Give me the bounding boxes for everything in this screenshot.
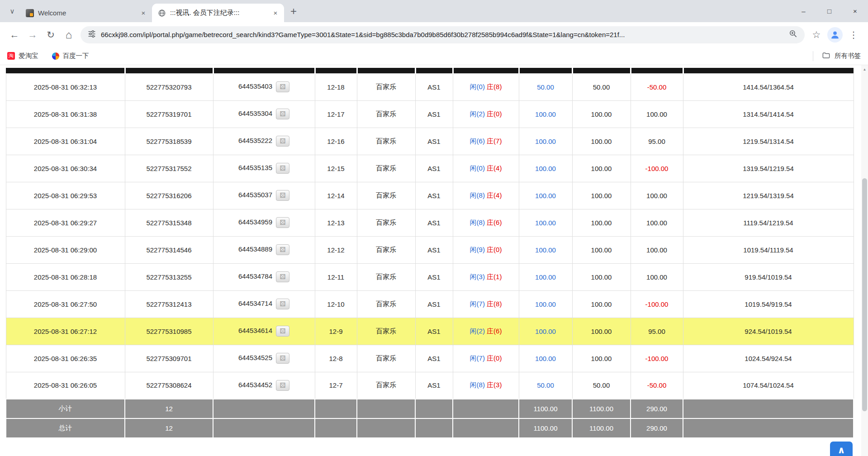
replay-dice-icon[interactable]: ⚄ [276, 81, 289, 92]
replay-dice-icon[interactable]: ⚄ [276, 163, 289, 174]
bet-amount-link[interactable]: 100.00 [535, 219, 556, 227]
back-to-top-button[interactable]: ∧ [830, 442, 853, 456]
replay-dice-icon[interactable]: ⚄ [276, 217, 289, 228]
cell-round: 12-16 [315, 128, 357, 155]
new-tab-button[interactable]: + [286, 4, 301, 19]
replay-dice-icon[interactable]: ⚄ [276, 109, 289, 119]
replay-dice-icon[interactable]: ⚄ [276, 244, 289, 255]
cell-balance: 1219.54/1314.54 [683, 128, 854, 155]
bet-amount-link[interactable]: 50.00 [537, 83, 554, 91]
cell-table-code: AS1 [415, 209, 453, 236]
table-row[interactable]: 2025-08-31 06:30:34 522775317552 6445351… [6, 155, 854, 182]
site-info-icon[interactable] [88, 30, 96, 40]
tab-title: :::视讯. 会员下注纪录::: [170, 9, 266, 17]
scroll-up-icon[interactable]: ▲ [861, 65, 868, 71]
address-bar[interactable]: 66cxkj98.com/ipl/portal.php/game/betreco… [81, 26, 805, 43]
tab-close-icon[interactable]: × [138, 8, 148, 18]
browser-menu-icon[interactable]: ⋮ [844, 26, 863, 44]
cell-winloss: 100.00 [631, 263, 683, 290]
table-row[interactable]: 2025-08-31 06:29:53 522775316206 6445350… [6, 182, 854, 209]
total-empty-cell [415, 418, 453, 438]
tab-search-button[interactable]: ∨ [5, 4, 20, 19]
table-row[interactable]: 2025-08-31 06:26:35 522775309701 6445345… [6, 345, 854, 372]
bet-amount-link[interactable]: 50.00 [537, 381, 554, 389]
subtotal-empty-cell [315, 399, 357, 418]
back-button[interactable]: ← [5, 26, 24, 44]
balance-value: 1019.54/919.54 [745, 300, 792, 308]
round-number: 12-17 [327, 110, 344, 118]
table-code: AS1 [427, 110, 440, 118]
round-number: 12-11 [327, 273, 344, 281]
winloss-value: 100.00 [646, 219, 667, 227]
vertical-scrollbar[interactable]: ▲ [861, 65, 868, 456]
replay-dice-icon[interactable]: ⚄ [276, 190, 289, 201]
bet-banker: 庄(6) [487, 327, 502, 335]
bet-amount-link[interactable]: 100.00 [535, 273, 556, 281]
replay-dice-icon[interactable]: ⚄ [276, 299, 289, 309]
table-row[interactable]: 2025-08-31 06:27:50 522775312413 6445347… [6, 290, 854, 318]
replay-dice-icon[interactable]: ⚄ [276, 353, 289, 364]
profile-avatar[interactable] [827, 27, 843, 43]
maximize-button[interactable]: □ [816, 0, 842, 22]
table-row[interactable]: 2025-08-31 06:26:05 522775308624 6445344… [6, 372, 854, 399]
valid-amount: 100.00 [591, 219, 612, 227]
table-row[interactable]: 2025-08-31 06:29:27 522775315348 6445349… [6, 209, 854, 236]
cell-game-no: 644534714⚄ [213, 290, 315, 318]
minimize-button[interactable]: – [791, 0, 816, 22]
game-type: 百家乐 [376, 300, 396, 308]
round-number: 12-13 [327, 219, 344, 227]
home-button[interactable]: ⌂ [60, 26, 78, 44]
bet-time: 2025-08-31 06:32:13 [34, 83, 97, 91]
refresh-button[interactable]: ↻ [42, 26, 60, 44]
cell-round: 12-11 [315, 263, 357, 290]
bookmark-star-icon[interactable]: ☆ [807, 26, 825, 44]
url-text[interactable]: 66cxkj98.com/ipl/portal.php/game/betreco… [101, 31, 789, 38]
tab-close-icon[interactable]: × [270, 8, 280, 18]
cell-bet-time: 2025-08-31 06:27:12 [6, 318, 125, 345]
bet-amount-link[interactable]: 100.00 [535, 355, 556, 362]
cell-bet-time: 2025-08-31 06:29:27 [6, 209, 125, 236]
replay-dice-icon[interactable]: ⚄ [276, 380, 289, 391]
table-row[interactable]: 2025-08-31 06:27:12 522775310985 6445346… [6, 318, 854, 345]
tab-welcome[interactable]: Welcome × [20, 4, 152, 22]
tab-betrecord[interactable]: :::视讯. 会员下注纪录::: × [152, 4, 284, 22]
cell-bet-content: 闲(9) 庄(0) [453, 236, 519, 263]
close-button[interactable]: × [842, 0, 868, 22]
round-number: 12-18 [327, 83, 344, 91]
zoom-icon[interactable] [789, 29, 797, 40]
forward-button[interactable]: → [24, 26, 42, 44]
bet-amount-link[interactable]: 100.00 [535, 192, 556, 200]
cell-order-no: 522775310985 [125, 318, 213, 345]
table-row[interactable]: 2025-08-31 06:32:13 522775320793 6445354… [6, 73, 854, 100]
replay-dice-icon[interactable]: ⚄ [276, 271, 289, 282]
game-number: 644534889 [238, 245, 272, 253]
bet-amount-link[interactable]: 100.00 [535, 138, 556, 145]
scrollbar-thumb[interactable] [862, 178, 867, 411]
replay-dice-icon[interactable]: ⚄ [276, 326, 289, 337]
bet-amount-link[interactable]: 100.00 [535, 165, 556, 172]
all-bookmarks-button[interactable]: 所有书签 [813, 51, 861, 61]
bet-time: 2025-08-31 06:29:00 [34, 246, 97, 254]
order-number: 522775312413 [146, 300, 191, 308]
cell-bet-amount: 100.00 [519, 263, 572, 290]
bookmark-baidu[interactable]: 百度一下 [52, 52, 89, 60]
game-type: 百家乐 [376, 137, 396, 145]
cell-balance: 1414.54/1364.54 [683, 73, 854, 100]
replay-dice-icon[interactable]: ⚄ [276, 136, 289, 147]
bet-amount-link[interactable]: 100.00 [535, 110, 556, 118]
table-row[interactable]: 2025-08-31 06:28:18 522775313255 6445347… [6, 263, 854, 290]
balance-value: 1024.54/924.54 [745, 355, 792, 362]
table-row[interactable]: 2025-08-31 06:31:04 522775318539 6445352… [6, 128, 854, 155]
cell-winloss: 100.00 [631, 236, 683, 263]
table-code: AS1 [427, 328, 440, 335]
table-row[interactable]: 2025-08-31 06:31:38 522775319701 6445353… [6, 100, 854, 128]
cell-game-type: 百家乐 [357, 318, 415, 345]
subtotal-count: 12 [125, 399, 213, 418]
bookmark-aitaobao[interactable]: 淘 爱淘宝 [7, 52, 38, 60]
bet-amount-link[interactable]: 100.00 [535, 246, 556, 254]
order-number: 522775317552 [146, 165, 191, 172]
bet-amount-link[interactable]: 100.00 [535, 328, 556, 335]
bet-amount-link[interactable]: 100.00 [535, 300, 556, 308]
table-row[interactable]: 2025-08-31 06:29:00 522775314546 6445348… [6, 236, 854, 263]
game-type: 百家乐 [376, 164, 396, 172]
